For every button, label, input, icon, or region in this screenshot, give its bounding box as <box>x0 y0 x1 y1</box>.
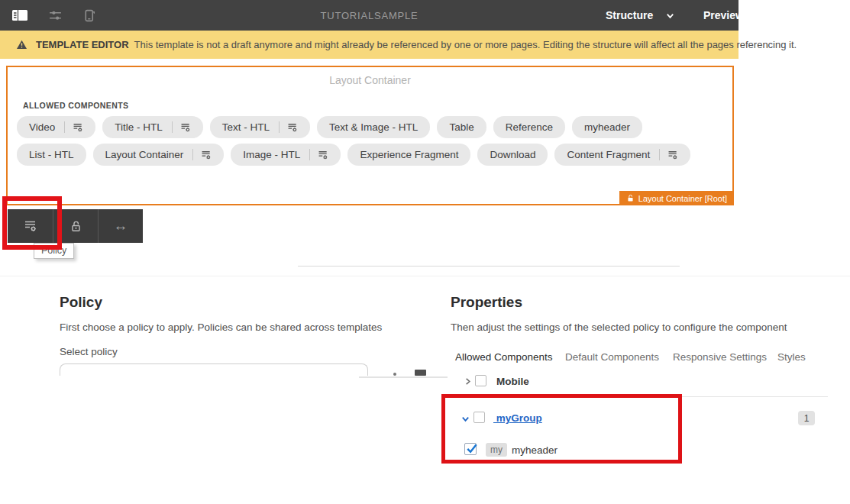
policy-icon[interactable] <box>180 122 191 133</box>
component-chip[interactable]: Content Fragment <box>554 144 690 166</box>
tab-styles[interactable]: Styles <box>777 351 806 363</box>
policy-icon[interactable] <box>287 122 298 133</box>
policy-icon[interactable] <box>73 122 83 133</box>
select-policy-dropdown[interactable] <box>60 363 368 376</box>
badge-label: Layout Container [Root] <box>638 194 727 203</box>
chip-divider <box>279 121 280 133</box>
tree-item-mobile[interactable]: Mobile <box>496 376 529 387</box>
divider <box>359 376 448 378</box>
chevron-down-icon <box>665 11 675 21</box>
policy-icon[interactable] <box>318 150 328 160</box>
tab-allowed-components[interactable]: Allowed Components <box>455 351 553 363</box>
dropdown-chevron-icon <box>393 373 396 376</box>
allowed-components-list: Video Title - HTL Text - HTL Text & Imag… <box>17 116 708 166</box>
policy-heading: Policy <box>60 294 102 311</box>
component-chip[interactable]: Download <box>477 144 548 166</box>
expand-chevron-mobile[interactable] <box>463 376 473 386</box>
component-chip[interactable]: Layout Container <box>93 144 225 166</box>
template-editor-warning-banner: TEMPLATE EDITOR This template is not a d… <box>0 31 738 59</box>
component-chip[interactable]: Text - HTL <box>210 116 310 138</box>
banner-label: TEMPLATE EDITOR <box>36 39 129 50</box>
chip-label: Download <box>490 149 535 160</box>
clipped-icon <box>415 370 426 376</box>
chip-label: Text & Image - HTL <box>329 121 418 133</box>
divider <box>0 276 850 276</box>
policy-description: First choose a policy to apply. Policies… <box>60 321 382 333</box>
annotation-red-box-mygroup <box>441 394 682 464</box>
chip-divider <box>659 149 660 160</box>
chip-label: myheader <box>584 121 630 133</box>
chip-label: Layout Container <box>105 149 184 160</box>
chip-label: List - HTL <box>29 149 74 160</box>
component-chip[interactable]: Reference <box>493 116 565 138</box>
annotation-red-box-policy-button <box>2 196 62 250</box>
resize-button[interactable]: ↔ <box>98 209 143 243</box>
chip-label: Text - HTL <box>222 121 270 133</box>
resize-arrow-icon: ↔ <box>114 218 128 234</box>
component-chip[interactable]: Title - HTL <box>102 116 203 138</box>
layout-container-region[interactable]: Layout Container ALLOWED COMPONENTS Vide… <box>6 66 734 205</box>
select-policy-label: Select policy <box>60 346 118 357</box>
banner-text: This template is not a draft anymore and… <box>134 39 797 50</box>
chip-divider <box>309 149 310 160</box>
allowed-components-label: ALLOWED COMPONENTS <box>23 101 128 110</box>
properties-heading: Properties <box>451 294 522 311</box>
chip-divider <box>192 149 193 160</box>
template-editor-screen: TUTORIALSAMPLE Structure Preview TEMPLAT… <box>0 0 850 504</box>
mode-selector[interactable]: Structure <box>606 9 675 21</box>
component-chip[interactable]: Video <box>17 116 95 138</box>
mode-label: Structure <box>606 9 653 21</box>
chip-label: Table <box>449 121 473 133</box>
chip-divider <box>172 121 173 133</box>
component-chip[interactable]: myheader <box>572 116 642 138</box>
tab-responsive-settings[interactable]: Responsive Settings <box>673 351 767 363</box>
layout-container-root-badge: Layout Container [Root] <box>619 191 734 205</box>
component-chip[interactable]: Image - HTL <box>231 144 341 166</box>
chip-label: Title - HTL <box>115 121 163 133</box>
checkbox-mobile[interactable] <box>475 375 486 386</box>
component-chip[interactable]: List - HTL <box>17 144 86 166</box>
chip-divider <box>64 121 65 133</box>
top-bar: TUTORIALSAMPLE Structure Preview <box>0 0 738 31</box>
unlock-icon <box>626 194 635 202</box>
chip-label: Content Fragment <box>567 149 650 160</box>
layout-container-title: Layout Container <box>8 74 732 86</box>
mygroup-count-badge: 1 <box>798 411 815 425</box>
tab-default-components[interactable]: Default Components <box>565 351 659 363</box>
policy-icon[interactable] <box>667 150 678 160</box>
properties-description: Then adjust the settings of the selected… <box>451 321 787 333</box>
chip-label: Video <box>29 121 55 133</box>
preview-button[interactable]: Preview <box>703 9 738 21</box>
component-chip[interactable]: Table <box>437 116 486 138</box>
chip-label: Image - HTL <box>243 149 300 160</box>
component-chip[interactable]: Text & Image - HTL <box>317 116 430 138</box>
chip-label: Reference <box>506 121 553 133</box>
component-chip[interactable]: Experience Fragment <box>347 144 470 166</box>
warning-icon <box>16 39 27 50</box>
divider <box>298 266 680 267</box>
chip-label: Experience Fragment <box>360 149 458 160</box>
policy-icon[interactable] <box>201 150 212 160</box>
